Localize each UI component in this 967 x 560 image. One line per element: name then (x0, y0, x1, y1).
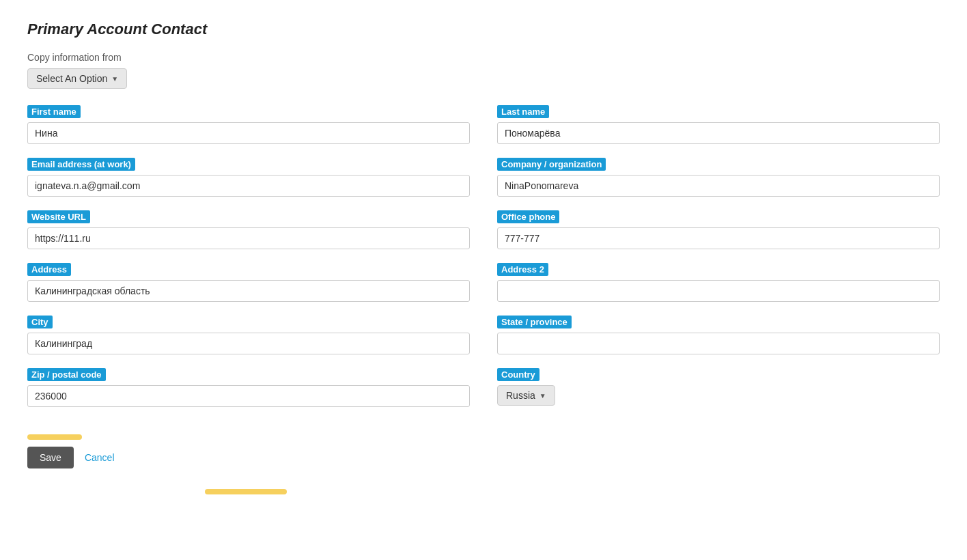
last-name-label: Last name (497, 105, 549, 118)
cancel-link[interactable]: Cancel (85, 452, 115, 463)
website-label: Website URL (27, 210, 90, 223)
country-label: Country (497, 368, 539, 381)
select-option-label: Select An Option (36, 73, 107, 84)
last-name-group: Last name (497, 105, 940, 144)
first-name-input[interactable] (27, 122, 470, 144)
company-label: Company / organization (497, 158, 606, 171)
form-grid: First name Last name Email address (at w… (27, 105, 940, 421)
country-group: Country Russia ▼ (497, 368, 940, 407)
first-name-label: First name (27, 105, 81, 118)
address2-input[interactable] (497, 280, 940, 302)
zip-label: Zip / postal code (27, 368, 106, 381)
action-row: Save Cancel (27, 447, 940, 468)
address2-group: Address 2 (497, 263, 940, 302)
state-input[interactable] (497, 333, 940, 354)
state-group: State / province (497, 316, 940, 354)
select-option-button[interactable]: Select An Option ▼ (27, 68, 127, 89)
address-label: Address (27, 263, 71, 276)
zip-input[interactable] (27, 385, 470, 407)
page-title: Primary Account Contact (27, 20, 940, 38)
chevron-down-icon: ▼ (111, 75, 118, 83)
office-phone-label: Office phone (497, 210, 559, 223)
office-phone-input[interactable] (497, 227, 940, 249)
chevron-down-icon: ▼ (539, 392, 546, 400)
country-value: Russia (506, 390, 535, 401)
address-group: Address (27, 263, 470, 302)
save-button[interactable]: Save (27, 447, 74, 468)
last-name-input[interactable] (497, 122, 940, 144)
address2-label: Address 2 (497, 263, 548, 276)
address-input[interactable] (27, 280, 470, 302)
email-input[interactable] (27, 175, 470, 197)
office-phone-group: Office phone (497, 210, 940, 249)
company-group: Company / organization (497, 158, 940, 197)
decorative-bar-bottom (205, 489, 287, 494)
first-name-group: First name (27, 105, 470, 144)
email-label: Email address (at work) (27, 158, 135, 171)
copy-info-label: Copy information from (27, 52, 940, 63)
decorative-bar-left (27, 434, 82, 440)
email-group: Email address (at work) (27, 158, 470, 197)
company-input[interactable] (497, 175, 940, 197)
city-group: City (27, 316, 470, 354)
website-input[interactable] (27, 227, 470, 249)
website-group: Website URL (27, 210, 470, 249)
state-label: State / province (497, 316, 572, 328)
city-input[interactable] (27, 333, 470, 354)
country-select-button[interactable]: Russia ▼ (497, 385, 555, 406)
zip-group: Zip / postal code (27, 368, 470, 407)
city-label: City (27, 316, 53, 328)
